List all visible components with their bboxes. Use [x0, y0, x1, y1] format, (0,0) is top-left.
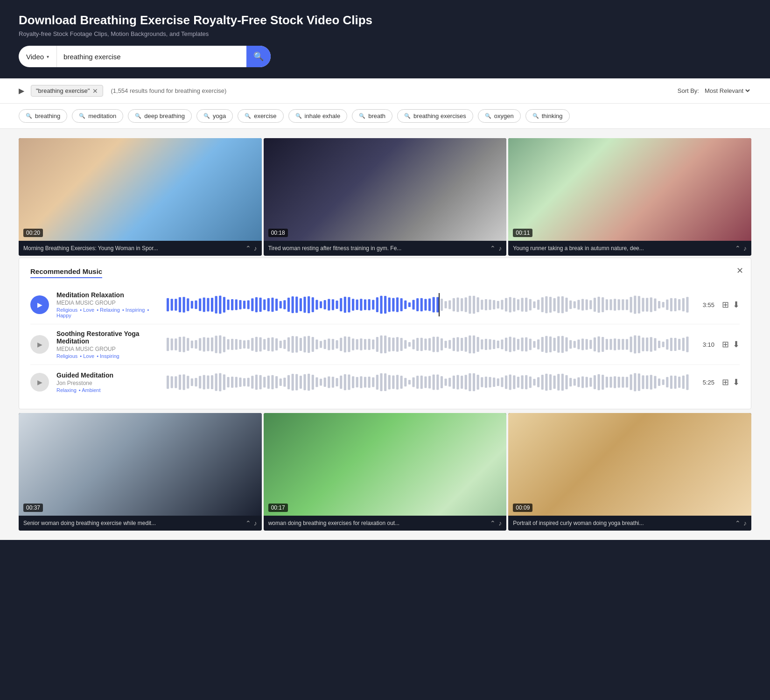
svg-rect-200	[448, 340, 451, 349]
download-button-3[interactable]: ⬇	[733, 377, 740, 387]
svg-rect-202	[456, 337, 459, 351]
svg-rect-209	[485, 339, 487, 350]
search-button[interactable]: 🔍	[246, 46, 271, 67]
svg-rect-38	[320, 301, 322, 308]
svg-rect-115	[630, 297, 632, 313]
video-music-button-6[interactable]: ♪	[743, 519, 747, 527]
chip-deep-breathing[interactable]: 🔍 deep breathing	[128, 109, 192, 123]
sort-select[interactable]: Most Relevant	[703, 87, 751, 95]
tag-religious-1[interactable]: Religious	[56, 307, 77, 313]
add-to-collection-button-3[interactable]: ⊞	[722, 377, 729, 387]
video-card-4[interactable]: 00:37 Senior woman doing breathing exerc…	[19, 413, 262, 531]
chip-oxygen[interactable]: 🔍 oxygen	[478, 109, 521, 123]
remove-filter-button[interactable]: ✕	[92, 88, 98, 94]
chip-inhale-exhale[interactable]: 🔍 inhale exhale	[288, 109, 348, 123]
svg-rect-244	[626, 339, 628, 350]
video-expand-button-1[interactable]: ⌃	[245, 245, 251, 252]
svg-rect-223	[541, 337, 544, 352]
video-actions-3: ⌃ ♪	[735, 245, 747, 252]
svg-rect-100	[569, 301, 572, 309]
chip-label: breath	[368, 112, 385, 119]
chip-breathing-exercises[interactable]: 🔍 breathing exercises	[397, 109, 473, 123]
svg-rect-95	[549, 297, 552, 313]
music-panel-close-button[interactable]: ✕	[736, 266, 743, 276]
video-card-6[interactable]: 00:09 Portrait of inspired curly woman d…	[508, 413, 751, 531]
svg-rect-293	[300, 376, 302, 389]
search-type-dropdown[interactable]: Video ▾	[19, 46, 57, 67]
svg-rect-239	[606, 339, 608, 350]
svg-rect-59	[404, 301, 406, 309]
svg-rect-8	[199, 298, 201, 311]
video-expand-button-4[interactable]: ⌃	[245, 519, 251, 527]
svg-rect-298	[320, 379, 322, 386]
video-expand-button-2[interactable]: ⌃	[490, 245, 496, 252]
search-icon: 🔍	[203, 113, 210, 119]
video-music-button-4[interactable]: ♪	[254, 519, 257, 527]
chip-breathing[interactable]: 🔍 breathing	[19, 109, 67, 123]
tag-inspiring-1[interactable]: Inspiring	[126, 307, 145, 313]
bottom-video-grid-section: 00:37 Senior woman doing breathing exerc…	[0, 411, 770, 540]
svg-rect-300	[328, 377, 330, 388]
video-music-button-1[interactable]: ♪	[254, 245, 257, 252]
svg-rect-263	[179, 375, 181, 390]
video-card-1[interactable]: 00:20 Morning Breathing Exercises: Young…	[19, 138, 262, 256]
svg-rect-304	[344, 374, 346, 390]
download-button-1[interactable]: ⬇	[733, 300, 740, 310]
download-button-2[interactable]: ⬇	[733, 339, 740, 350]
svg-rect-201	[453, 338, 455, 351]
svg-rect-140	[207, 337, 209, 351]
tag-inspiring-2[interactable]: Inspiring	[100, 353, 119, 359]
svg-rect-262	[175, 376, 177, 388]
tag-love-2[interactable]: Love	[83, 353, 94, 359]
svg-rect-278	[239, 378, 241, 387]
svg-rect-51	[372, 300, 374, 310]
video-music-button-3[interactable]: ♪	[743, 245, 747, 252]
svg-rect-27	[275, 299, 278, 311]
play-button-2[interactable]: ▶	[30, 335, 49, 354]
svg-rect-279	[243, 378, 245, 386]
svg-rect-94	[545, 296, 547, 313]
tag-religious-2[interactable]: Religious	[56, 353, 77, 359]
svg-rect-54	[384, 296, 386, 314]
tag-love-1[interactable]: Love	[83, 307, 94, 313]
svg-rect-309	[364, 377, 366, 388]
chip-thinking[interactable]: 🔍 thinking	[525, 109, 570, 123]
svg-rect-361	[574, 378, 576, 385]
active-filter-tag: "breathing exercise" ✕	[31, 85, 103, 97]
svg-rect-253	[662, 342, 665, 347]
svg-rect-99	[565, 298, 567, 312]
chip-label: breathing exercises	[413, 112, 466, 119]
chip-meditation[interactable]: 🔍 meditation	[72, 109, 123, 123]
play-button-1[interactable]: ▶	[30, 295, 49, 314]
svg-rect-295	[308, 374, 310, 391]
svg-rect-84	[505, 298, 507, 311]
video-info-bar-1: Morning Breathing Exercises: Young Woman…	[19, 241, 262, 256]
add-to-collection-button-1[interactable]: ⊞	[722, 300, 729, 310]
play-button-3[interactable]: ▶	[30, 373, 49, 392]
video-card-3[interactable]: 00:11 Young runner taking a break in aut…	[508, 138, 751, 256]
tag-ambient-3[interactable]: Ambient	[82, 387, 100, 393]
svg-rect-297	[315, 378, 318, 387]
svg-rect-335	[469, 373, 471, 391]
add-to-collection-button-2[interactable]: ⊞	[722, 339, 729, 350]
video-expand-button-5[interactable]: ⌃	[490, 519, 496, 527]
video-music-button-2[interactable]: ♪	[498, 245, 502, 252]
tag-relaxing-1[interactable]: Relaxing	[100, 307, 120, 313]
tag-relaxing-3[interactable]: Relaxing	[56, 387, 77, 393]
video-expand-button-3[interactable]: ⌃	[735, 245, 741, 252]
svg-rect-259	[686, 336, 688, 352]
chip-yoga[interactable]: 🔍 yoga	[196, 109, 233, 123]
chip-exercise[interactable]: 🔍 exercise	[238, 109, 283, 123]
video-music-button-5[interactable]: ♪	[498, 519, 502, 527]
sidebar-toggle-button[interactable]: ▶	[19, 86, 24, 95]
chip-breath[interactable]: 🔍 breath	[352, 109, 392, 123]
video-card-2[interactable]: 00:18 Tired woman resting after fitness …	[264, 138, 507, 256]
svg-rect-208	[481, 339, 483, 349]
search-input[interactable]	[57, 53, 246, 61]
svg-rect-185	[388, 337, 391, 351]
video-card-5[interactable]: 00:17 woman doing breathing exercises fo…	[264, 413, 507, 531]
svg-rect-249	[646, 337, 648, 351]
tag-happy-1[interactable]: Happy	[56, 313, 71, 318]
video-thumbnail-5	[264, 413, 507, 516]
video-expand-button-6[interactable]: ⌃	[735, 519, 741, 527]
